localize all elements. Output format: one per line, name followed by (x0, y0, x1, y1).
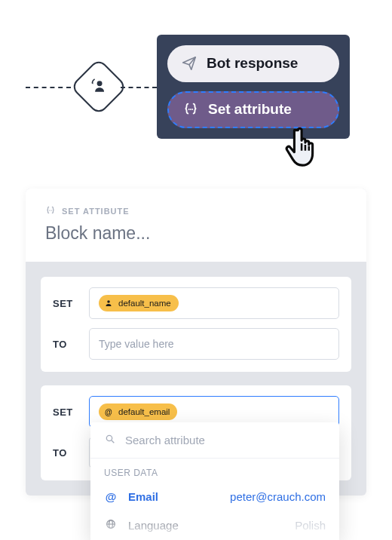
user-icon (103, 298, 114, 308)
to-label: TO (53, 339, 78, 350)
svg-point-8 (50, 210, 51, 210)
editor-header: SET ATTIBUTE Block name... (26, 189, 366, 262)
user-sync-icon (89, 75, 109, 98)
menu-item-label: Bot response (207, 55, 298, 72)
svg-point-0 (97, 81, 103, 86)
connector-line-left (26, 87, 71, 88)
connector-line-right (121, 87, 157, 88)
braces-icon (182, 101, 199, 118)
block-name-input[interactable]: Block name... (45, 223, 347, 244)
search-icon (104, 433, 116, 447)
svg-line-12 (112, 440, 114, 443)
dropdown-section-label: USER DATA (90, 459, 339, 483)
pointer-hand-icon (280, 121, 327, 169)
editor-eyebrow: SET ATTIBUTE (45, 205, 347, 217)
attribute-dropdown: Search attribute USER DATA @ Email peter… (90, 422, 339, 540)
attribute-chip[interactable]: default_name (99, 295, 179, 311)
at-icon: @ (104, 490, 118, 503)
chip-text: default_email (118, 407, 170, 416)
braces-small-icon (45, 205, 56, 217)
attribute-chip[interactable]: @ default_email (99, 403, 177, 420)
to-label: TO (53, 447, 78, 459)
svg-point-1 (188, 109, 190, 111)
menu-item-label: Set attribute (208, 101, 292, 118)
flow-node-diamond[interactable] (70, 58, 127, 115)
svg-point-3 (191, 109, 193, 111)
set-attribute-input[interactable]: default_name (89, 287, 339, 319)
placeholder-text: Type value here (99, 338, 174, 350)
dropdown-item-value: Polish (295, 519, 326, 532)
dropdown-item-name: Email (128, 490, 196, 503)
search-placeholder: Search attribute (125, 434, 205, 446)
chip-text: default_name (118, 299, 171, 308)
svg-point-11 (106, 435, 112, 440)
paper-plane-icon (181, 55, 198, 72)
svg-point-10 (107, 300, 110, 303)
dropdown-search[interactable]: Search attribute (90, 422, 339, 459)
dropdown-item-value: peter@crauch.com (230, 490, 326, 503)
svg-point-7 (49, 210, 50, 210)
svg-point-9 (51, 210, 52, 210)
svg-point-2 (190, 109, 191, 111)
dropdown-item-name: Language (128, 519, 196, 532)
attribute-row: SET default_name TO Type value here (41, 277, 351, 372)
dropdown-item-language[interactable]: Language Polish (90, 511, 339, 540)
at-icon: @ (103, 407, 114, 417)
set-label: SET (53, 298, 78, 309)
set-label: SET (53, 407, 78, 418)
globe-icon (104, 518, 118, 532)
to-value-input[interactable]: Type value here (89, 328, 339, 360)
menu-item-bot-response[interactable]: Bot response (167, 45, 339, 82)
dropdown-item-email[interactable]: @ Email peter@crauch.com (90, 483, 339, 511)
